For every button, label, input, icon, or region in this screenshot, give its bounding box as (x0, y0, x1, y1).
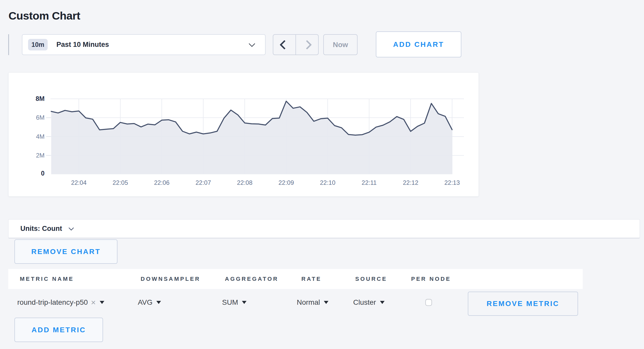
metrics-table-header: METRIC NAME DOWNSAMPLER AGGREGATOR RATE … (8, 269, 583, 289)
time-window-divider (8, 34, 9, 55)
units-label: Units: Count (20, 225, 62, 233)
svg-text:22:06: 22:06 (154, 179, 170, 186)
page-title: Custom Chart (9, 10, 80, 22)
caret-down-icon (380, 301, 385, 304)
units-selector[interactable]: Units: Count (8, 219, 640, 238)
column-header-per-node: PER NODE (411, 276, 451, 282)
svg-text:0: 0 (41, 170, 45, 177)
column-header-source: SOURCE (355, 276, 387, 282)
column-header-downsampler: DOWNSAMPLER (141, 276, 200, 282)
chevron-down-icon (249, 40, 255, 47)
column-header-rate: RATE (301, 276, 321, 282)
metric-name-value: round-trip-latency-p50 (17, 298, 88, 307)
svg-text:6M: 6M (36, 114, 45, 121)
downsampler-dropdown[interactable]: AVG (138, 298, 161, 307)
source-dropdown[interactable]: Cluster (353, 298, 385, 307)
caret-down-icon (242, 301, 247, 304)
chart-card: 22:0422:0522:0622:0722:0822:0922:1022:11… (8, 72, 479, 197)
column-header-metric-name: METRIC NAME (20, 276, 74, 282)
chevron-right-icon (302, 40, 312, 49)
time-range-selector[interactable]: 10m Past 10 Minutes (22, 34, 266, 55)
caret-down-icon (156, 301, 161, 304)
svg-text:22:12: 22:12 (403, 179, 418, 186)
per-node-checkbox[interactable] (425, 299, 432, 306)
now-button[interactable]: Now (323, 34, 358, 55)
svg-text:22:05: 22:05 (113, 179, 128, 186)
svg-text:4M: 4M (36, 133, 45, 140)
metric-area-chart: 22:0422:0522:0622:0722:0822:0922:1022:11… (9, 73, 479, 196)
remove-metric-button[interactable]: REMOVE METRIC (468, 292, 578, 316)
svg-text:22:10: 22:10 (320, 179, 335, 186)
chevron-left-icon (280, 40, 289, 49)
svg-text:22:11: 22:11 (362, 179, 377, 186)
svg-text:8M: 8M (36, 95, 45, 102)
column-header-aggregator: AGGREGATOR (225, 276, 278, 282)
svg-text:22:08: 22:08 (237, 179, 252, 186)
aggregator-dropdown[interactable]: SUM (222, 298, 247, 307)
remove-chart-button[interactable]: REMOVE CHART (14, 239, 117, 264)
svg-text:22:07: 22:07 (196, 179, 211, 186)
rate-value: Normal (297, 298, 320, 307)
svg-text:22:13: 22:13 (444, 179, 460, 186)
aggregator-value: SUM (222, 298, 238, 307)
chevron-down-icon (69, 225, 74, 231)
time-range-label: Past 10 Minutes (56, 41, 109, 49)
clear-metric-icon[interactable]: × (91, 298, 96, 307)
time-nav-group (273, 34, 319, 55)
svg-text:22:09: 22:09 (278, 179, 294, 186)
caret-down-icon (100, 301, 104, 304)
downsampler-value: AVG (138, 298, 152, 307)
time-range-badge: 10m (28, 39, 48, 50)
rate-dropdown[interactable]: Normal (297, 298, 328, 307)
next-time-button[interactable] (296, 35, 318, 55)
caret-down-icon (324, 301, 328, 304)
svg-text:22:04: 22:04 (71, 179, 87, 186)
metric-row: round-trip-latency-p50 × AVG SUM Normal … (8, 289, 636, 316)
add-chart-button[interactable]: ADD CHART (376, 31, 461, 57)
svg-text:2M: 2M (36, 152, 45, 159)
source-value: Cluster (353, 298, 376, 307)
prev-time-button[interactable] (273, 35, 296, 55)
metric-name-dropdown[interactable]: round-trip-latency-p50 × (17, 298, 104, 307)
add-metric-button[interactable]: ADD METRIC (14, 318, 103, 342)
